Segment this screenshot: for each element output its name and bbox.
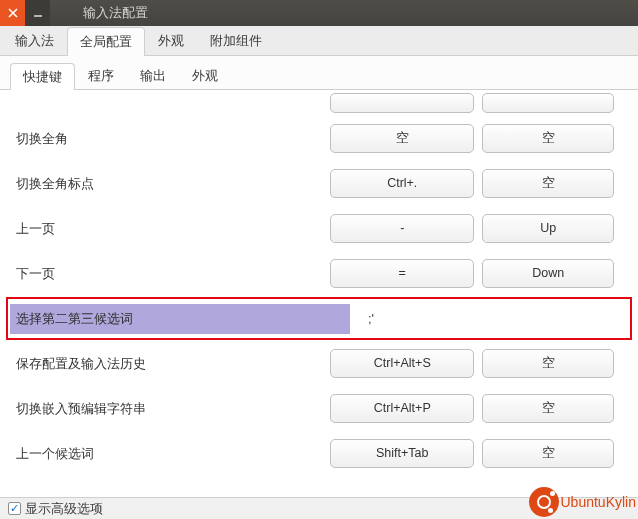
hotkey-button-secondary[interactable]: 空 (482, 169, 614, 198)
hotkey-button-secondary[interactable]: Up (482, 214, 614, 243)
setting-value: ;' (368, 311, 374, 326)
setting-label: 保存配置及输入法历史 (10, 355, 330, 373)
hotkey-button-primary[interactable]: Ctrl+Alt+P (330, 394, 474, 423)
setting-row: 切换全角 空 空 (10, 116, 628, 161)
hotkey-button-primary[interactable]: Ctrl+. (330, 169, 474, 198)
setting-row: 上一个候选词 Shift+Tab 空 (10, 431, 628, 476)
window-minimize-button[interactable] (25, 0, 50, 26)
subtab-output[interactable]: 输出 (127, 62, 179, 89)
footer-bar: ✓ 显示高级选项 UbuntuKylin (0, 497, 638, 519)
setting-row: 上一页 - Up (10, 206, 628, 251)
setting-label: 切换全角 (10, 130, 330, 148)
hotkey-button-primary[interactable]: Ctrl+Alt+S (330, 349, 474, 378)
setting-row (10, 90, 628, 116)
setting-row: 切换嵌入预编辑字符串 Ctrl+Alt+P 空 (10, 386, 628, 431)
hotkey-button-primary[interactable] (330, 93, 474, 113)
sub-tabs: 快捷键 程序 输出 外观 (0, 56, 638, 90)
subtab-program[interactable]: 程序 (75, 62, 127, 89)
hotkey-button-primary[interactable]: Shift+Tab (330, 439, 474, 468)
setting-row-highlighted: 选择第二第三候选词 ;' (10, 296, 628, 341)
distro-name: UbuntuKylin (561, 494, 637, 510)
advanced-options-checkbox[interactable]: ✓ (8, 502, 21, 515)
setting-label-text: 选择第二第三候选词 (16, 310, 133, 328)
setting-label: 切换全角标点 (10, 175, 330, 193)
hotkey-button-secondary[interactable]: 空 (482, 439, 614, 468)
hotkey-button-secondary[interactable]: 空 (482, 124, 614, 153)
distro-logo: UbuntuKylin (529, 487, 637, 517)
main-tabs: 输入法 全局配置 外观 附加组件 (0, 26, 638, 56)
settings-list[interactable]: 切换全角 空 空 切换全角标点 Ctrl+. 空 上一页 - Up 下一页 = … (0, 90, 638, 498)
tab-global-config[interactable]: 全局配置 (67, 27, 145, 56)
hotkey-button-primary[interactable]: = (330, 259, 474, 288)
hotkey-button-secondary[interactable]: 空 (482, 349, 614, 378)
setting-row: 切换全角标点 Ctrl+. 空 (10, 161, 628, 206)
title-bar: 输入法配置 (0, 0, 638, 26)
close-icon (7, 7, 19, 19)
hotkey-button-secondary[interactable] (482, 93, 614, 113)
setting-label: 上一个候选词 (10, 445, 330, 463)
tab-input-method[interactable]: 输入法 (2, 26, 67, 55)
hotkey-button-secondary[interactable]: 空 (482, 394, 614, 423)
tab-appearance[interactable]: 外观 (145, 26, 197, 55)
hotkey-button-secondary[interactable]: Down (482, 259, 614, 288)
tab-addons[interactable]: 附加组件 (197, 26, 275, 55)
hotkey-button-primary[interactable]: 空 (330, 124, 474, 153)
window-close-button[interactable] (0, 0, 25, 26)
setting-label: 下一页 (10, 265, 330, 283)
minimize-icon (32, 7, 44, 19)
subtab-hotkey[interactable]: 快捷键 (10, 63, 75, 90)
setting-label[interactable]: 选择第二第三候选词 (10, 304, 350, 334)
setting-label: 切换嵌入预编辑字符串 (10, 400, 330, 418)
check-icon: ✓ (10, 503, 19, 514)
setting-label: 上一页 (10, 220, 330, 238)
subtab-appearance[interactable]: 外观 (179, 62, 231, 89)
setting-row: 保存配置及输入法历史 Ctrl+Alt+S 空 (10, 341, 628, 386)
window-title: 输入法配置 (83, 4, 148, 22)
hotkey-button-primary[interactable]: - (330, 214, 474, 243)
ubuntu-icon (529, 487, 559, 517)
setting-row: 下一页 = Down (10, 251, 628, 296)
advanced-options-label[interactable]: 显示高级选项 (25, 500, 103, 518)
